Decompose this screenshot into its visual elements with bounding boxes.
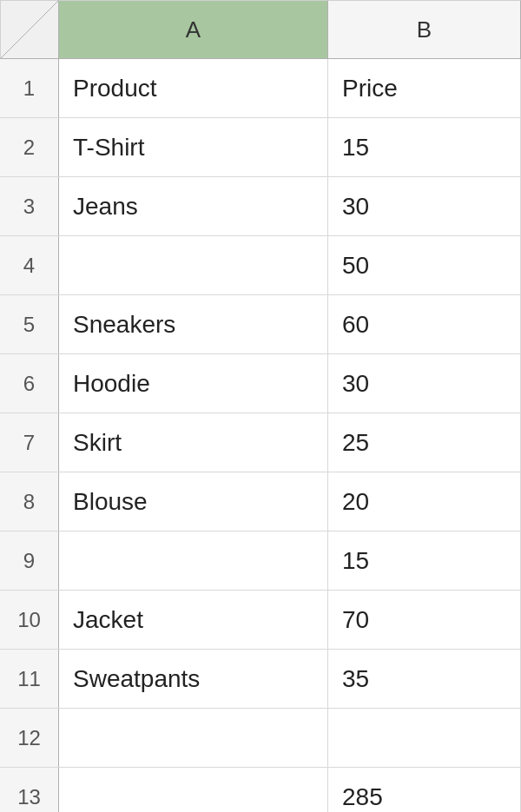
cell-a[interactable]: Product [59, 59, 328, 117]
table-row[interactable]: 4 50 [0, 236, 521, 295]
row-number: 4 [0, 236, 59, 294]
row-number: 13 [0, 768, 59, 812]
cell-b[interactable]: 15 [328, 118, 521, 176]
cell-a[interactable]: Jeans [59, 177, 328, 235]
cell-b[interactable]: 50 [328, 236, 521, 294]
row-number: 1 [0, 59, 59, 117]
table-row[interactable]: 8 Blouse 20 [0, 472, 521, 531]
table-row[interactable]: 12 [0, 709, 521, 768]
row-number: 9 [0, 531, 59, 590]
cell-b[interactable]: 285 [328, 768, 521, 812]
row-number: 3 [0, 177, 59, 235]
cell-a[interactable]: Skirt [59, 413, 328, 472]
col-b-label: B [417, 17, 432, 43]
cell-a[interactable] [59, 236, 328, 294]
cell-b[interactable]: 30 [328, 354, 521, 413]
table-row[interactable]: 2 T-Shirt 15 [0, 118, 521, 177]
cell-b[interactable]: 20 [328, 472, 521, 531]
cell-b[interactable]: 70 [328, 591, 521, 649]
corner-cell [0, 0, 59, 59]
spreadsheet: A B 1 Product Price 2 T-Shirt 15 3 Jeans… [0, 0, 521, 812]
table-row[interactable]: 7 Skirt 25 [0, 413, 521, 472]
table-row[interactable]: 11 Sweatpants 35 [0, 650, 521, 709]
rows-container: 1 Product Price 2 T-Shirt 15 3 Jeans 30 … [0, 59, 521, 812]
cell-a[interactable]: Blouse [59, 472, 328, 531]
table-row[interactable]: 1 Product Price [0, 59, 521, 118]
cell-b[interactable]: 30 [328, 177, 521, 235]
cell-b[interactable]: 60 [328, 295, 521, 353]
cell-a[interactable] [59, 531, 328, 590]
cell-a[interactable]: Sweatpants [59, 650, 328, 708]
table-row[interactable]: 13 285 [0, 768, 521, 812]
col-header-a[interactable]: A [59, 0, 328, 59]
row-number: 10 [0, 591, 59, 649]
table-row[interactable]: 5 Sneakers 60 [0, 295, 521, 354]
col-header-b[interactable]: B [328, 0, 521, 59]
row-number: 12 [0, 709, 59, 767]
row-number: 8 [0, 472, 59, 531]
row-number: 2 [0, 118, 59, 176]
cell-a[interactable]: T-Shirt [59, 118, 328, 176]
cell-a[interactable]: Sneakers [59, 295, 328, 353]
cell-b[interactable]: 25 [328, 413, 521, 472]
row-number: 6 [0, 354, 59, 413]
row-number: 5 [0, 295, 59, 353]
cell-b[interactable]: 15 [328, 531, 521, 590]
cell-a[interactable]: Hoodie [59, 354, 328, 413]
table-row[interactable]: 3 Jeans 30 [0, 177, 521, 236]
col-a-label: A [186, 17, 201, 43]
row-number: 11 [0, 650, 59, 708]
cell-b[interactable] [328, 709, 521, 767]
table-row[interactable]: 9 15 [0, 531, 521, 591]
cell-b[interactable]: 35 [328, 650, 521, 708]
column-headers: A B [0, 0, 521, 59]
cell-b[interactable]: Price [328, 59, 521, 117]
cell-a[interactable]: Jacket [59, 591, 328, 649]
cell-a[interactable] [59, 709, 328, 767]
row-number: 7 [0, 413, 59, 472]
cell-a[interactable] [59, 768, 328, 812]
table-row[interactable]: 6 Hoodie 30 [0, 354, 521, 413]
table-row[interactable]: 10 Jacket 70 [0, 591, 521, 650]
